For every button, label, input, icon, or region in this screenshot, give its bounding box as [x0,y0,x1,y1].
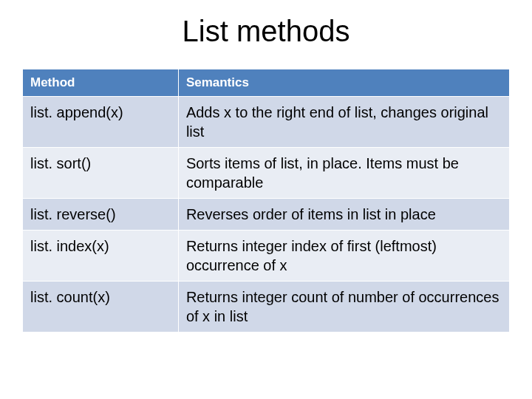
table-row: list. index(x) Returns integer index of … [23,231,510,282]
header-method: Method [23,69,179,97]
cell-semantics: Sorts items of list, in place. Items mus… [178,148,509,199]
cell-method: list. index(x) [23,231,179,282]
table-row: list. sort() Sorts items of list, in pla… [23,148,510,199]
slide-title: List methods [22,15,510,48]
table-row: list. reverse() Reverses order of items … [23,199,510,231]
methods-table: Method Semantics list. append(x) Adds x … [22,69,510,332]
cell-semantics: Reverses order of items in list in place [178,199,509,231]
cell-method: list. sort() [23,148,179,199]
cell-semantics: Returns integer index of first (leftmost… [178,231,509,282]
cell-method: list. count(x) [23,282,179,332]
cell-semantics: Adds x to the right end of list, changes… [178,97,509,148]
header-semantics: Semantics [178,69,509,97]
table-row: list. count(x) Returns integer count of … [23,282,510,332]
cell-method: list. reverse() [23,199,179,231]
table-header-row: Method Semantics [23,69,510,97]
cell-method: list. append(x) [23,97,179,148]
table-row: list. append(x) Adds x to the right end … [23,97,510,148]
cell-semantics: Returns integer count of number of occur… [178,282,509,332]
